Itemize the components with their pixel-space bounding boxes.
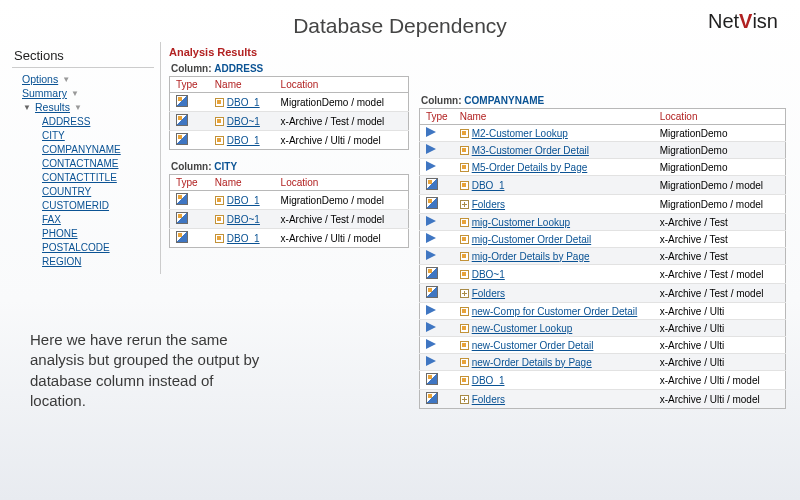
sidebar-subitem[interactable]: REGION	[42, 254, 154, 268]
row-link[interactable]: DBO_1	[227, 233, 260, 244]
th-type[interactable]: Type	[420, 109, 454, 125]
table-row[interactable]: M2-Customer LookupMigrationDemo	[420, 125, 786, 142]
sidebar-sublink[interactable]: FAX	[42, 214, 61, 225]
table-row[interactable]: new-Comp for Customer Order Detailx-Arch…	[420, 303, 786, 320]
th-location[interactable]: Location	[275, 77, 409, 93]
table-row[interactable]: DBO~1x-Archive / Test / model	[170, 210, 409, 229]
sidebar-subitem[interactable]: CITY	[42, 128, 154, 142]
sidebar-subitem[interactable]: CONTACTNAME	[42, 156, 154, 170]
sidebar-sublink[interactable]: REGION	[42, 256, 81, 267]
row-link[interactable]: mig-Customer Order Detail	[472, 234, 591, 245]
row-link[interactable]: M2-Customer Lookup	[472, 128, 568, 139]
table-row[interactable]: new-Order Details by Pagex-Archive / Ult…	[420, 354, 786, 371]
row-link[interactable]: DBO~1	[227, 214, 260, 225]
report-icon	[176, 212, 188, 224]
sidebar-item-summary[interactable]: Summary ▼	[22, 86, 154, 100]
sidebar-subitem[interactable]: CUSTOMERID	[42, 198, 154, 212]
cell-type	[420, 390, 454, 409]
table-companyname: Type Name Location M2-Customer LookupMig…	[419, 108, 786, 409]
sidebar-sublink[interactable]: CONTACTNAME	[42, 158, 118, 169]
sidebar-subitem[interactable]: PHONE	[42, 226, 154, 240]
table-row[interactable]: DBO~1x-Archive / Test / model	[170, 112, 409, 131]
sidebar-subitem[interactable]: COUNTRY	[42, 184, 154, 198]
chevron-expanded-icon: ▼	[22, 103, 32, 112]
row-link[interactable]: new-Order Details by Page	[472, 357, 592, 368]
object-icon	[215, 98, 224, 107]
cell-name: mig-Customer Order Detail	[454, 231, 654, 248]
table-row[interactable]: Foldersx-Archive / Test / model	[420, 284, 786, 303]
sidebar-subitem[interactable]: FAX	[42, 212, 154, 226]
table-row[interactable]: DBO_1MigrationDemo / model	[420, 176, 786, 195]
logo-isn: isn	[752, 10, 778, 32]
row-link[interactable]: DBO_1	[227, 135, 260, 146]
row-link[interactable]: mig-Order Details by Page	[472, 251, 590, 262]
table-row[interactable]: DBO_1MigrationDemo / model	[170, 93, 409, 112]
sidebar-link[interactable]: Options	[22, 73, 58, 85]
row-link[interactable]: M3-Customer Order Detail	[472, 145, 589, 156]
left-column: Analysis Results Column: ADDRESS Type Na…	[169, 46, 409, 256]
sidebar-subitem[interactable]: ADDRESS	[42, 114, 154, 128]
sidebar-sublink[interactable]: COMPANYNAME	[42, 144, 121, 155]
cell-location: MigrationDemo	[654, 142, 786, 159]
sidebar-sublink[interactable]: ADDRESS	[42, 116, 90, 127]
row-link[interactable]: Folders	[472, 199, 505, 210]
table-row[interactable]: M3-Customer Order DetailMigrationDemo	[420, 142, 786, 159]
object-icon	[460, 341, 469, 350]
sidebar-item-options[interactable]: Options ▼	[22, 72, 154, 86]
table-row[interactable]: DBO_1MigrationDemo / model	[170, 191, 409, 210]
sidebar-subitem[interactable]: CONTACTTITLE	[42, 170, 154, 184]
cell-location: x-Archive / Ulti / model	[275, 229, 409, 248]
table-row[interactable]: new-Customer Order Detailx-Archive / Ult…	[420, 337, 786, 354]
row-link[interactable]: DBO~1	[472, 269, 505, 280]
table-row[interactable]: mig-Customer Lookupx-Archive / Test	[420, 214, 786, 231]
sidebar-sublink[interactable]: PHONE	[42, 228, 78, 239]
table-row[interactable]: new-Customer Lookupx-Archive / Ulti	[420, 320, 786, 337]
th-type[interactable]: Type	[170, 77, 209, 93]
sidebar-sublink[interactable]: COUNTRY	[42, 186, 91, 197]
th-name[interactable]: Name	[454, 109, 654, 125]
row-link[interactable]: DBO_1	[227, 195, 260, 206]
table-row[interactable]: FoldersMigrationDemo / model	[420, 195, 786, 214]
row-link[interactable]: DBO_1	[472, 375, 505, 386]
row-link[interactable]: new-Customer Lookup	[472, 323, 573, 334]
row-link[interactable]: mig-Customer Lookup	[472, 217, 570, 228]
table-row[interactable]: mig-Customer Order Detailx-Archive / Tes…	[420, 231, 786, 248]
sidebar-sublink[interactable]: CITY	[42, 130, 65, 141]
row-link[interactable]: DBO~1	[227, 116, 260, 127]
row-link[interactable]: M5-Order Details by Page	[472, 162, 588, 173]
row-link[interactable]: Folders	[472, 394, 505, 405]
sidebar-sublink[interactable]: POSTALCODE	[42, 242, 110, 253]
table-row[interactable]: mig-Order Details by Pagex-Archive / Tes…	[420, 248, 786, 265]
sidebar-subitem[interactable]: POSTALCODE	[42, 240, 154, 254]
table-row[interactable]: DBO_1x-Archive / Ulti / model	[420, 371, 786, 390]
th-name[interactable]: Name	[209, 77, 275, 93]
table-row[interactable]: DBO_1x-Archive / Ulti / model	[170, 131, 409, 150]
th-location[interactable]: Location	[275, 175, 409, 191]
table-row[interactable]: M5-Order Details by PageMigrationDemo	[420, 159, 786, 176]
analysis-header: Analysis Results	[169, 46, 409, 60]
sidebar-subitem[interactable]: COMPANYNAME	[42, 142, 154, 156]
cell-location: x-Archive / Test	[654, 248, 786, 265]
cell-location: MigrationDemo / model	[654, 176, 786, 195]
row-link[interactable]: new-Customer Order Detail	[472, 340, 594, 351]
row-link[interactable]: DBO_1	[472, 180, 505, 191]
cell-name: M2-Customer Lookup	[454, 125, 654, 142]
th-name[interactable]: Name	[209, 175, 275, 191]
th-type[interactable]: Type	[170, 175, 209, 191]
report-icon	[176, 114, 188, 126]
triangle-icon	[426, 144, 436, 154]
sidebar-link[interactable]: Results	[35, 101, 70, 113]
sidebar-sublink[interactable]: CUSTOMERID	[42, 200, 109, 211]
row-link[interactable]: Folders	[472, 288, 505, 299]
sidebar-sublink[interactable]: CONTACTTITLE	[42, 172, 117, 183]
cell-name: DBO~1	[209, 112, 275, 131]
sidebar-link[interactable]: Summary	[22, 87, 67, 99]
triangle-icon	[426, 305, 436, 315]
table-row[interactable]: DBO_1x-Archive / Ulti / model	[170, 229, 409, 248]
row-link[interactable]: DBO_1	[227, 97, 260, 108]
table-row[interactable]: Foldersx-Archive / Ulti / model	[420, 390, 786, 409]
sidebar-item-results[interactable]: ▼ Results ▼	[22, 100, 154, 114]
th-location[interactable]: Location	[654, 109, 786, 125]
row-link[interactable]: new-Comp for Customer Order Detail	[472, 306, 638, 317]
table-row[interactable]: DBO~1x-Archive / Test / model	[420, 265, 786, 284]
